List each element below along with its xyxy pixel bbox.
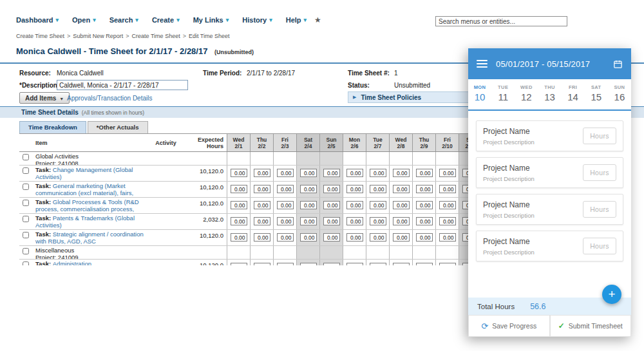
- hours-input[interactable]: [370, 201, 386, 209]
- project-hours-input[interactable]: [583, 164, 616, 181]
- global-search-input[interactable]: [435, 16, 567, 26]
- hours-input[interactable]: [346, 263, 363, 265]
- hours-input[interactable]: [346, 169, 363, 177]
- hours-input[interactable]: [323, 185, 340, 193]
- hours-input[interactable]: [277, 233, 294, 242]
- hours-input[interactable]: [416, 217, 433, 225]
- tab--other-actuals[interactable]: *Other Actuals: [88, 121, 148, 133]
- add-items-button[interactable]: Add Items▼: [19, 92, 70, 104]
- row-checkbox[interactable]: [23, 154, 29, 160]
- project-hours-input[interactable]: [583, 128, 616, 144]
- breadcrumb-item[interactable]: Submit New Report: [73, 33, 123, 39]
- hours-input[interactable]: [231, 185, 247, 193]
- hours-input[interactable]: [277, 217, 294, 225]
- hours-input[interactable]: [346, 201, 363, 209]
- nav-item-create[interactable]: Create▾: [152, 16, 180, 24]
- hours-input[interactable]: [370, 217, 386, 225]
- hours-input[interactable]: [439, 201, 456, 209]
- hours-input[interactable]: [254, 263, 270, 265]
- row-checkbox[interactable]: [23, 200, 29, 206]
- hours-input[interactable]: [323, 233, 340, 242]
- add-entry-fab[interactable]: +: [602, 285, 621, 304]
- menu-icon[interactable]: [477, 58, 488, 70]
- hours-input[interactable]: [231, 201, 247, 209]
- hours-input[interactable]: [393, 233, 410, 242]
- calendar-day-mon[interactable]: MON10: [468, 79, 491, 109]
- calendar-day-wed[interactable]: WED12: [515, 79, 538, 109]
- project-hours-input[interactable]: [583, 201, 616, 218]
- hours-input[interactable]: [346, 233, 363, 242]
- hours-input[interactable]: [254, 233, 270, 242]
- row-checkbox[interactable]: [23, 261, 29, 265]
- hours-input[interactable]: [231, 263, 247, 265]
- description-input[interactable]: [57, 80, 188, 90]
- calendar-day-sun[interactable]: SUN16: [608, 79, 631, 109]
- hours-input[interactable]: [416, 169, 433, 177]
- hours-input[interactable]: [323, 217, 340, 225]
- hours-input[interactable]: [300, 263, 317, 265]
- hours-input[interactable]: [254, 217, 270, 225]
- hours-input[interactable]: [231, 217, 247, 225]
- hours-input[interactable]: [416, 185, 433, 193]
- breadcrumb-item[interactable]: Create Time Sheet: [132, 33, 180, 39]
- row-checkbox[interactable]: [23, 184, 29, 190]
- hours-input[interactable]: [254, 201, 270, 209]
- hours-input[interactable]: [277, 185, 294, 193]
- approvals-transaction-details-link[interactable]: Approvals/Transaction Details: [67, 95, 152, 102]
- hours-input[interactable]: [346, 217, 363, 225]
- hours-input[interactable]: [323, 201, 340, 209]
- breadcrumb-item[interactable]: Create Time Sheet: [16, 33, 64, 39]
- nav-item-my-links[interactable]: My Links▾: [193, 16, 229, 24]
- hours-input[interactable]: [370, 169, 386, 177]
- hours-input[interactable]: [323, 263, 340, 265]
- hours-input[interactable]: [439, 169, 456, 177]
- hours-input[interactable]: [300, 185, 317, 193]
- nav-item-help[interactable]: Help▾: [286, 16, 307, 24]
- hours-input[interactable]: [231, 169, 247, 177]
- hours-input[interactable]: [370, 263, 386, 265]
- hours-input[interactable]: [416, 263, 433, 265]
- hours-input[interactable]: [393, 263, 410, 265]
- project-hours-input[interactable]: [583, 238, 616, 254]
- breadcrumb-item[interactable]: Edit Time Sheet: [189, 33, 230, 39]
- hours-input[interactable]: [416, 233, 433, 242]
- hours-input[interactable]: [393, 169, 410, 177]
- nav-item-dashboard[interactable]: Dashboard▾: [16, 16, 59, 24]
- hours-input[interactable]: [370, 233, 386, 242]
- row-checkbox[interactable]: [23, 216, 29, 222]
- hours-input[interactable]: [300, 233, 317, 242]
- nav-item-search[interactable]: Search▾: [109, 16, 138, 24]
- hours-input[interactable]: [393, 217, 410, 225]
- task-link[interactable]: Administration: [53, 260, 91, 265]
- hours-input[interactable]: [323, 169, 340, 177]
- submit-timesheet-button[interactable]: ✓ Submit Timesheet: [550, 315, 632, 337]
- row-checkbox[interactable]: [23, 248, 29, 254]
- hours-input[interactable]: [439, 233, 456, 242]
- calendar-day-sat[interactable]: SAT15: [585, 79, 608, 109]
- hours-input[interactable]: [277, 263, 294, 265]
- calendar-day-fri[interactable]: FRI14: [562, 79, 585, 109]
- calendar-icon[interactable]: [613, 59, 623, 69]
- hours-input[interactable]: [277, 201, 294, 209]
- save-progress-button[interactable]: ⟳ Save Progress: [468, 315, 550, 337]
- hours-input[interactable]: [439, 185, 456, 193]
- calendar-day-thu[interactable]: THU13: [538, 79, 561, 109]
- hours-input[interactable]: [300, 169, 317, 177]
- tab-time-breakdown[interactable]: Time Breakdown: [19, 121, 86, 133]
- hours-input[interactable]: [254, 169, 270, 177]
- hours-input[interactable]: [439, 263, 456, 265]
- hours-input[interactable]: [393, 185, 410, 193]
- hours-input[interactable]: [300, 217, 317, 225]
- hours-input[interactable]: [370, 185, 386, 193]
- hours-input[interactable]: [277, 169, 294, 177]
- hours-input[interactable]: [439, 217, 456, 225]
- hours-input[interactable]: [346, 185, 363, 193]
- nav-item-history[interactable]: History▾: [242, 16, 272, 24]
- hours-input[interactable]: [393, 201, 410, 209]
- hours-input[interactable]: [231, 233, 247, 242]
- calendar-day-tue[interactable]: TUE11: [491, 79, 515, 109]
- hours-input[interactable]: [254, 185, 270, 193]
- nav-item-open[interactable]: Open▾: [72, 16, 96, 24]
- favorite-star-icon[interactable]: ★: [314, 15, 321, 24]
- row-checkbox[interactable]: [23, 167, 29, 174]
